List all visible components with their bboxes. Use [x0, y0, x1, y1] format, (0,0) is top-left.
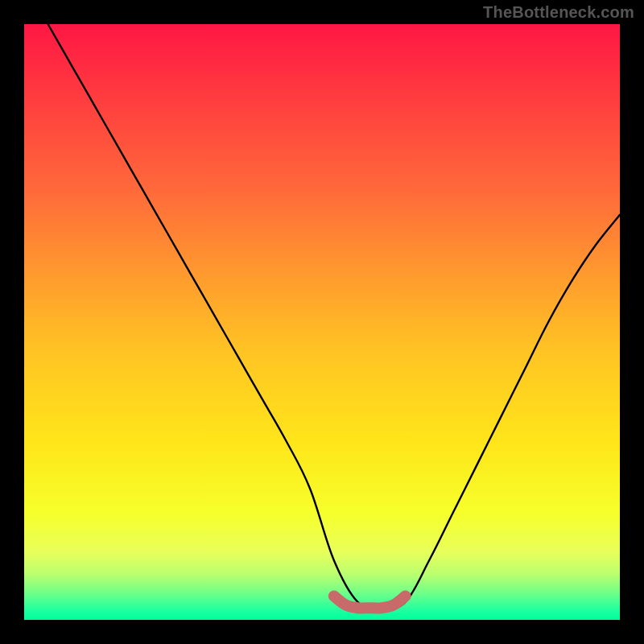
bottleneck-chart — [0, 0, 644, 644]
attribution-text: TheBottleneck.com — [483, 3, 634, 22]
plot-area — [24, 24, 620, 620]
chart-container: TheBottleneck.com — [0, 0, 644, 644]
